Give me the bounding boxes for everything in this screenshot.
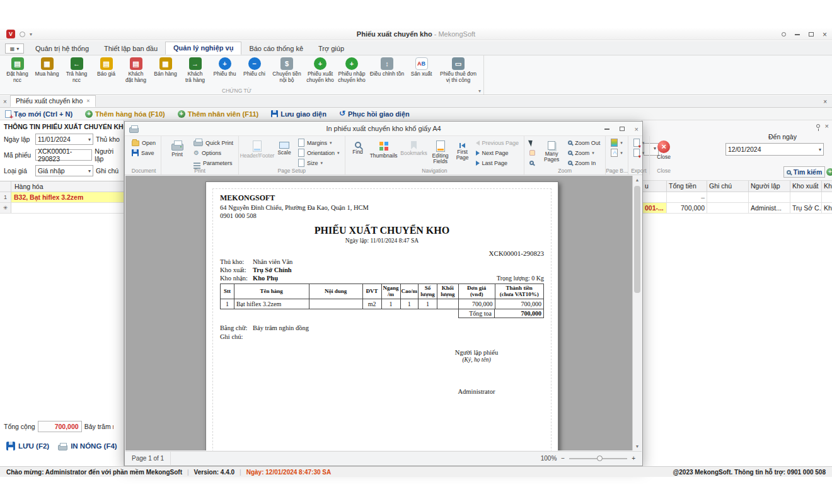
warehouse-in-cell[interactable]: Kho Phụ bbox=[822, 202, 832, 213]
zoom-slider-knob[interactable] bbox=[597, 455, 603, 461]
voucher-code-cell[interactable]: 001-... bbox=[643, 202, 667, 213]
zoom-minus-icon[interactable]: − bbox=[561, 455, 565, 462]
preview-canvas[interactable]: MEKONGSOFT 64 Nguyễn Đình Chiểu, Phường … bbox=[125, 176, 642, 450]
thumbnails-button[interactable]: Thumbnails bbox=[369, 138, 398, 159]
quick-access-caret-icon[interactable]: ▾ bbox=[30, 32, 32, 37]
save-button[interactable]: LƯU (F2) bbox=[6, 442, 49, 450]
previous-page-button[interactable]: Previous Page bbox=[474, 138, 521, 147]
zoom-in-button[interactable]: Zoom In bbox=[566, 158, 602, 168]
add-employee-button[interactable]: Thêm nhân viên (F11) bbox=[178, 110, 258, 118]
parameters-button[interactable]: Parameters bbox=[192, 158, 235, 168]
table-row[interactable]: 001-... 700,000 Administ... Trụ Sở C... … bbox=[643, 202, 832, 213]
ribbon-item-chuyen-tien-noi-bo[interactable]: Chuyển tiền nội bộ bbox=[269, 57, 304, 84]
ribbon-item-phieu-nhap-chuyen-kho[interactable]: Phiếu nhập chuyển kho bbox=[336, 57, 367, 84]
ribbon-item-tra-hang-ncc[interactable]: Trả hàng ncc bbox=[62, 57, 91, 84]
dialog-title-bar[interactable]: In phiếu xuất chuyển kho khổ giấy A4 × bbox=[125, 122, 642, 136]
ribbon-item-phieu-thue-don-vi-thi-cong[interactable]: Phiếu thuê đơn vị thi công bbox=[436, 57, 480, 84]
filter-cell[interactable] bbox=[749, 192, 790, 202]
preview-scrollbar[interactable]: ▲ ▼ bbox=[632, 176, 642, 450]
ribbon-item-khach-dat-hang[interactable]: Khách đặt hàng bbox=[121, 57, 151, 84]
ma-phieu-input[interactable]: XCK00001-290823 bbox=[35, 149, 92, 161]
header-footer-button[interactable]: Header/Footer bbox=[242, 138, 272, 159]
next-page-button[interactable]: Next Page bbox=[474, 148, 521, 158]
tab-quan-tri-he-thong[interactable]: Quản trị hệ thống bbox=[28, 43, 96, 55]
group-launcher-icon[interactable]: ▾ bbox=[478, 88, 481, 94]
note-cell[interactable] bbox=[707, 202, 749, 213]
pointer-tool-button[interactable] bbox=[528, 138, 537, 147]
tab-thiet-lap-ban-dau[interactable]: Thiết lập ban đầu bbox=[96, 43, 165, 55]
magnifier-tool-button[interactable] bbox=[528, 158, 537, 168]
scroll-up-icon[interactable]: ▲ bbox=[633, 178, 642, 182]
find-button[interactable]: Find bbox=[349, 138, 367, 155]
filter-cell[interactable]: – bbox=[667, 192, 707, 202]
column-header-ghi-chu[interactable]: Ghi chú bbox=[707, 181, 749, 192]
filter-cell[interactable] bbox=[707, 192, 749, 202]
ngay-lap-combo[interactable]: 11/01/2024▾ bbox=[35, 134, 93, 145]
tab-tro-giup[interactable]: Trợ giúp bbox=[311, 43, 352, 55]
new-button[interactable]: Tạo mới (Ctrl + N) bbox=[5, 110, 72, 118]
open-button[interactable]: Open bbox=[130, 138, 158, 147]
scale-button[interactable]: Scale bbox=[274, 138, 294, 156]
empty-cell[interactable] bbox=[11, 203, 124, 213]
zoom-out-button[interactable]: Zoom Out bbox=[566, 138, 602, 147]
loai-gia-combo[interactable]: Giá nhập▾ bbox=[35, 165, 93, 176]
app-menu-button[interactable]: ▦▾ bbox=[5, 43, 24, 54]
many-pages-button[interactable]: Many Pages bbox=[539, 138, 564, 163]
refresh-icon[interactable] bbox=[826, 168, 832, 176]
save-layout-button[interactable]: Lưu giao diện bbox=[271, 110, 326, 118]
ribbon-item-phieu-chi[interactable]: Phiếu chi bbox=[240, 57, 269, 77]
filter-cell[interactable] bbox=[822, 192, 832, 202]
size-button[interactable]: Size▾ bbox=[296, 158, 342, 168]
filter-row[interactable]: – bbox=[643, 192, 832, 202]
dialog-close-icon[interactable]: × bbox=[635, 125, 638, 133]
ribbon-item-dat-hang-ncc[interactable]: Đặt hàng ncc bbox=[3, 57, 32, 84]
filter-cell[interactable] bbox=[790, 192, 822, 202]
table-row[interactable]: 1 B32, Bạt hiflex 3.2zem bbox=[0, 192, 124, 203]
editing-fields-button[interactable]: Editing Fields bbox=[430, 138, 451, 165]
scroll-down-icon[interactable]: ▼ bbox=[633, 444, 642, 449]
column-header-nguoi-lap[interactable]: Người lập bbox=[749, 181, 790, 192]
ribbon-item-san-xuat[interactable]: Sản xuất bbox=[407, 57, 436, 77]
zoom-button[interactable]: Zoom▾ bbox=[566, 148, 602, 158]
zoom-slider[interactable] bbox=[569, 458, 627, 459]
quick-access-icon[interactable] bbox=[20, 32, 25, 37]
total-cell[interactable]: 700,000 bbox=[667, 202, 707, 213]
item-name-cell[interactable]: B32, Bạt hiflex 3.2zem bbox=[11, 192, 124, 202]
ribbon-item-dieu-chinh-ton[interactable]: Điều chỉnh tồn bbox=[367, 57, 407, 77]
ribbon-item-ban-hang[interactable]: Bán hàng bbox=[151, 57, 180, 77]
dialog-minimize-icon[interactable] bbox=[604, 129, 610, 130]
dialog-maximize-icon[interactable] bbox=[620, 127, 625, 131]
orientation-button[interactable]: Orientation▾ bbox=[296, 148, 342, 158]
ribbon-item-khach-tra-hang[interactable]: Khách trả hàng bbox=[180, 57, 210, 84]
add-item-button[interactable]: Thêm hàng hóa (F10) bbox=[85, 110, 165, 118]
close-window-icon[interactable]: × bbox=[823, 32, 827, 38]
column-header-tong-tien[interactable]: Tổng tiền bbox=[667, 181, 707, 192]
den-ngay-combo[interactable]: 12/01/2024▾ bbox=[725, 143, 824, 156]
ribbon-item-bao-gia[interactable]: Báo giá bbox=[91, 57, 121, 77]
ribbon-item-phieu-xuat-chuyen-kho[interactable]: Phiếu xuất chuyển kho bbox=[304, 57, 336, 84]
tab-bao-cao-thong-ke[interactable]: Báo cáo thống kê bbox=[241, 43, 311, 55]
hand-tool-button[interactable] bbox=[528, 148, 537, 158]
zoom-plus-icon[interactable]: + bbox=[632, 455, 635, 462]
window-pin-icon[interactable] bbox=[782, 32, 786, 37]
margins-button[interactable]: Margins▾ bbox=[296, 138, 342, 147]
creator-cell[interactable]: Administ... bbox=[749, 202, 790, 213]
minimize-icon[interactable] bbox=[795, 34, 800, 35]
tab-close-icon[interactable]: × bbox=[86, 98, 90, 104]
column-header-kho-xuat[interactable]: Kho xuất bbox=[790, 181, 822, 192]
new-row[interactable]: ✳ bbox=[0, 203, 124, 214]
column-header[interactable]: u bbox=[643, 181, 667, 192]
page-color-button[interactable]: ▾ bbox=[609, 138, 625, 147]
close-panel-icon[interactable]: × bbox=[825, 122, 829, 130]
search-button[interactable]: Tìm kiếm bbox=[783, 166, 825, 178]
last-page-button[interactable]: Last Page bbox=[474, 158, 521, 168]
scrollbar-thumb[interactable] bbox=[634, 186, 640, 293]
print-button[interactable]: Print bbox=[165, 138, 190, 158]
maximize-icon[interactable] bbox=[809, 32, 814, 37]
ribbon-item-phieu-thu[interactable]: Phiếu thu bbox=[210, 57, 240, 77]
quick-print-button[interactable]: Quick Print bbox=[192, 138, 235, 147]
tab-quan-ly-nghiep-vu[interactable]: Quản lý nghiệp vụ bbox=[165, 42, 241, 55]
warehouse-out-cell[interactable]: Trụ Sở C... bbox=[790, 202, 822, 213]
save-button[interactable]: Save bbox=[130, 148, 158, 158]
send-email-button[interactable]: ▾ bbox=[632, 148, 647, 158]
